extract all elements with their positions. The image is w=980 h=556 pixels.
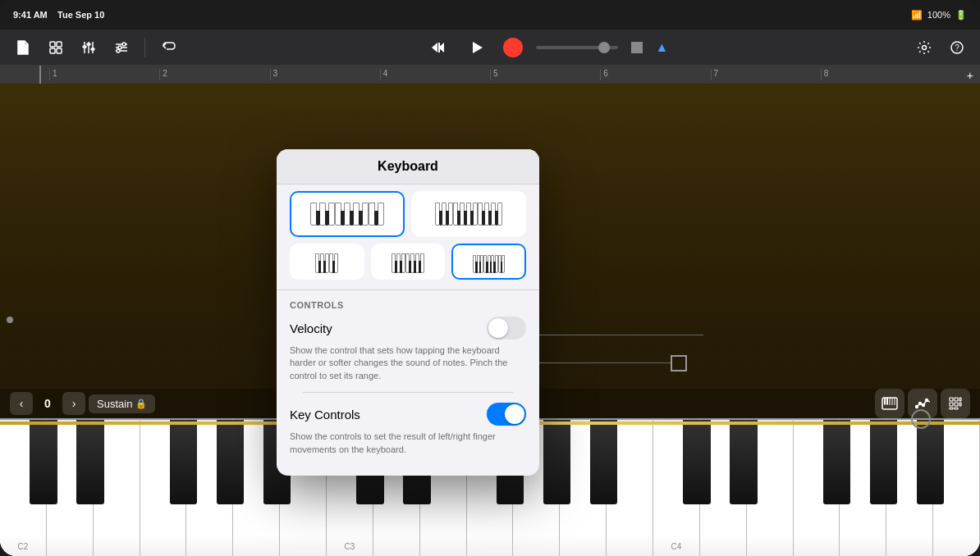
- mixer-icon: [80, 39, 97, 56]
- song-settings-icon: [917, 40, 932, 55]
- ruler-mark-6: 6: [600, 69, 710, 80]
- key-controls-toggle[interactable]: [487, 403, 526, 426]
- help-icon: ?: [950, 40, 964, 55]
- undo-button[interactable]: [155, 34, 181, 61]
- rewind-icon: [430, 40, 445, 55]
- keyboard-option-small2[interactable]: [371, 244, 446, 280]
- eq-icon: [113, 39, 130, 56]
- mixer-button[interactable]: [76, 34, 102, 61]
- keyboard-visual-small1: [315, 250, 338, 273]
- keyboard-option-large[interactable]: [290, 191, 405, 237]
- tracks-icon: [48, 39, 64, 56]
- keyboard-size-options-row2: [277, 244, 539, 289]
- ipad-frame: 9:41 AM Tue Sep 10 📶 100% 🔋: [0, 0, 980, 556]
- transport-controls: ▲: [188, 34, 904, 61]
- new-song-icon: [15, 39, 31, 56]
- connector-line-1: [539, 335, 703, 335]
- piano-wood-area: ‹ 0 › Sustain 🔒: [0, 84, 980, 556]
- keyboard-option-medium[interactable]: [411, 191, 526, 237]
- velocity-label: Velocity: [290, 321, 332, 335]
- rewind-button[interactable]: [424, 34, 451, 61]
- new-song-button[interactable]: [10, 34, 36, 61]
- keyboard-option-small1[interactable]: [290, 244, 364, 280]
- help-button[interactable]: ?: [944, 34, 970, 61]
- connector-circle: [671, 355, 687, 371]
- modal-overlay: Keyboard: [0, 84, 980, 556]
- battery-label: 100%: [927, 10, 950, 20]
- timeline-ruler: 1 2 3 4 5 6 7 8 +: [0, 66, 980, 84]
- key-controls-description: Show the controls to set the result of l…: [290, 431, 526, 456]
- controls-section-label: CONTROLS: [290, 300, 526, 310]
- modal-header: Keyboard: [277, 149, 539, 185]
- keyboard-visual-small2: [392, 250, 424, 273]
- keyboard-size-options-row1: [277, 185, 539, 244]
- ruler-marks: 1 2 3 4 5 6 7 8: [49, 69, 931, 80]
- ruler-mark-7: 7: [711, 69, 821, 80]
- svg-point-20: [923, 45, 927, 49]
- metronome-button[interactable]: ▲: [656, 40, 669, 55]
- key-controls-toggle-thumb: [505, 404, 524, 424]
- spacer: [290, 393, 526, 403]
- svg-rect-3: [57, 48, 62, 53]
- svg-rect-0: [50, 42, 55, 47]
- connector-line-2: [539, 362, 671, 363]
- controls-section: CONTROLS Velocity Show the control that …: [277, 289, 539, 476]
- toolbar-separator-1: [144, 38, 145, 57]
- play-icon: [469, 40, 484, 55]
- svg-rect-1: [57, 42, 62, 47]
- eq-button[interactable]: [108, 34, 135, 61]
- status-time-date: 9:41 AM Tue Sep 10: [13, 10, 104, 20]
- add-track-button[interactable]: +: [967, 69, 973, 82]
- ruler-mark-5: 5: [490, 69, 600, 80]
- ruler-mark-1: 1: [49, 69, 159, 80]
- battery-icon: 🔋: [955, 10, 967, 21]
- date: Tue Sep 10: [57, 10, 104, 20]
- keyboard-visual-medium: [435, 203, 502, 226]
- status-bar: 9:41 AM Tue Sep 10 📶 100% 🔋: [0, 0, 980, 30]
- time: 9:41 AM: [13, 10, 48, 20]
- connector-line-2-container: [539, 355, 703, 371]
- key-controls-label: Key Controls: [290, 408, 360, 422]
- toolbar: ▲ ?: [0, 30, 980, 66]
- svg-point-14: [122, 43, 126, 46]
- status-right: 📶 100% 🔋: [911, 10, 967, 21]
- ruler-mark-8: 8: [821, 69, 931, 80]
- modal-title: Keyboard: [378, 159, 438, 173]
- undo-icon: [160, 39, 176, 56]
- svg-marker-19: [473, 42, 483, 53]
- keyboard-visual-large: [310, 203, 384, 226]
- velocity-toggle-thumb: [488, 318, 508, 338]
- song-settings-button[interactable]: [911, 34, 937, 61]
- ruler-mark-4: 4: [380, 69, 490, 80]
- svg-rect-2: [50, 48, 55, 53]
- velocity-toggle[interactable]: [487, 317, 526, 340]
- keyboard-visual-xsmall: [473, 250, 505, 273]
- toolbar-right: ?: [911, 34, 970, 61]
- ruler-mark-3: 3: [270, 69, 380, 80]
- keyboard-settings-modal: Keyboard: [277, 149, 539, 476]
- svg-text:?: ?: [955, 43, 959, 52]
- volume-thumb[interactable]: [598, 42, 610, 53]
- play-button[interactable]: [464, 34, 490, 61]
- velocity-control-row: Velocity: [290, 317, 526, 340]
- master-volume-knob[interactable]: [631, 42, 643, 53]
- ruler-mark-2: 2: [159, 69, 269, 80]
- svg-point-15: [117, 49, 120, 52]
- connector-lines: [539, 335, 703, 371]
- svg-marker-16: [432, 43, 437, 52]
- volume-slider[interactable]: [536, 46, 618, 49]
- keyboard-option-xsmall[interactable]: [451, 244, 526, 280]
- key-controls-control-row: Key Controls: [290, 403, 526, 426]
- wifi-icon: 📶: [911, 10, 923, 21]
- main-content: ‹ 0 › Sustain 🔒: [0, 84, 980, 556]
- velocity-description: Show the control that sets how tapping t…: [290, 344, 526, 382]
- record-button[interactable]: [503, 38, 523, 57]
- tracks-button[interactable]: [43, 34, 69, 61]
